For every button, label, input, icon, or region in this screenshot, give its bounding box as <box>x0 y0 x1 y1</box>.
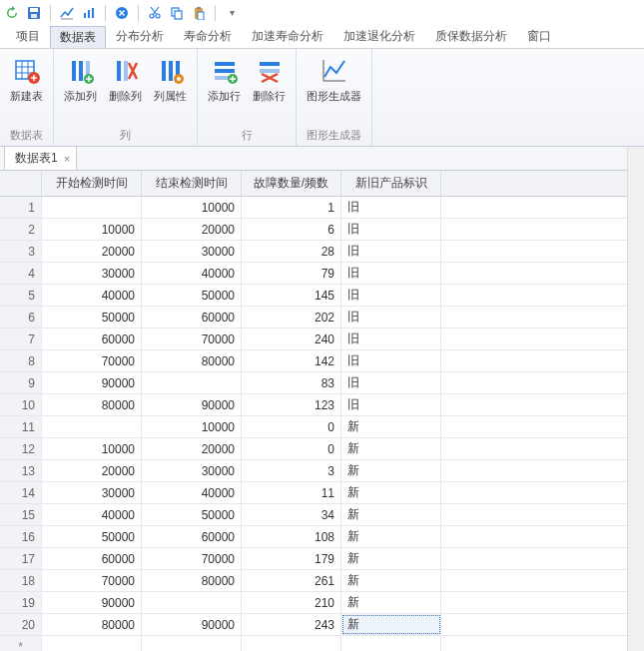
cell-fail[interactable]: 202 <box>242 307 341 327</box>
cell-start[interactable]: 70000 <box>42 570 142 591</box>
column-header[interactable]: 新旧产品标识 <box>341 171 441 196</box>
row-number[interactable]: 17 <box>0 548 42 569</box>
chart-bar-icon[interactable] <box>81 5 97 21</box>
row-number[interactable]: 2 <box>0 219 42 240</box>
cell-fail[interactable]: 83 <box>242 372 341 393</box>
row-number[interactable]: 11 <box>0 416 42 437</box>
cell-start[interactable]: 90000 <box>42 592 142 613</box>
row-number[interactable]: 6 <box>0 307 42 327</box>
cell-start[interactable]: 30000 <box>42 482 142 503</box>
cell-flag[interactable]: 新 <box>341 438 441 459</box>
row-number[interactable]: 14 <box>0 482 42 503</box>
cell-fail[interactable]: 145 <box>242 285 341 306</box>
cell-flag[interactable]: 新 <box>341 548 441 569</box>
close-circle-icon[interactable] <box>114 5 130 21</box>
cell-fail[interactable]: 243 <box>242 614 341 635</box>
cell-end[interactable]: 50000 <box>142 504 242 525</box>
cell-flag[interactable]: 新 <box>341 504 441 525</box>
cell-end[interactable] <box>142 592 242 613</box>
row-number[interactable]: 3 <box>0 241 42 262</box>
column-header[interactable]: 开始检测时间 <box>42 171 142 196</box>
cell-fail[interactable]: 261 <box>242 570 341 591</box>
cell-flag[interactable]: 旧 <box>341 372 441 393</box>
menu-item[interactable]: 分布分析 <box>106 25 174 48</box>
cell-start[interactable]: 20000 <box>42 241 142 262</box>
menu-item[interactable]: 项目 <box>6 25 50 48</box>
row-number[interactable]: 1 <box>0 197 42 218</box>
menu-item[interactable]: 加速退化分析 <box>333 25 425 48</box>
cell-end[interactable]: 80000 <box>142 570 242 591</box>
row-number[interactable]: 12 <box>0 438 42 459</box>
vertical-scrollbar[interactable] <box>627 147 644 651</box>
cell-flag[interactable]: 新 <box>341 460 441 481</box>
cell-flag[interactable]: 新 <box>341 526 441 547</box>
cell-end[interactable]: 10000 <box>142 416 242 437</box>
cell-fail[interactable]: 1 <box>242 197 341 218</box>
cell-start[interactable]: 80000 <box>42 394 142 415</box>
cell-fail[interactable]: 210 <box>242 592 341 613</box>
cell-end[interactable]: 30000 <box>142 241 242 262</box>
cell-start[interactable]: 10000 <box>42 219 142 240</box>
cell-flag[interactable]: 旧 <box>341 197 441 218</box>
cell-start[interactable]: 70000 <box>42 350 142 371</box>
cell-flag[interactable]: 旧 <box>341 241 441 262</box>
row-number[interactable]: 10 <box>0 394 42 415</box>
cell-end[interactable]: 30000 <box>142 460 242 481</box>
menu-item[interactable]: 数据表 <box>50 26 106 48</box>
cell-fail[interactable]: 142 <box>242 350 341 371</box>
copy-icon[interactable] <box>169 5 185 21</box>
cell-flag[interactable]: 新 <box>341 416 441 437</box>
menu-item[interactable]: 寿命分析 <box>174 25 242 48</box>
cell-flag[interactable]: 新 <box>341 482 441 503</box>
cell-fail[interactable]: 34 <box>242 504 341 525</box>
row-number[interactable]: 20 <box>0 614 42 635</box>
cell-fail[interactable]: 123 <box>242 394 341 415</box>
ribbon-button[interactable]: 列属性 <box>150 53 191 106</box>
menu-item[interactable]: 加速寿命分析 <box>242 25 333 48</box>
cell-fail[interactable]: 3 <box>242 460 341 481</box>
cut-icon[interactable] <box>147 5 163 21</box>
cell-end[interactable]: 20000 <box>142 219 242 240</box>
cell-start[interactable]: 60000 <box>42 548 142 569</box>
ribbon-button[interactable]: 添加行 <box>204 53 245 106</box>
cell-fail[interactable]: 6 <box>242 219 341 240</box>
row-number[interactable]: 5 <box>0 285 42 306</box>
cell-flag[interactable]: 新 <box>341 570 441 591</box>
row-number[interactable]: 4 <box>0 263 42 284</box>
cell-fail[interactable]: 0 <box>242 438 341 459</box>
cell-start[interactable]: 80000 <box>42 614 142 635</box>
cell-end[interactable]: 90000 <box>142 394 242 415</box>
workspace-tab[interactable]: 数据表1 × <box>4 146 77 170</box>
cell-start[interactable] <box>42 416 142 437</box>
cell-fail[interactable]: 79 <box>242 263 341 284</box>
paste-icon[interactable] <box>191 5 207 21</box>
cell-start[interactable]: 30000 <box>42 263 142 284</box>
new-row-marker[interactable]: * <box>0 636 42 651</box>
cell-flag[interactable]: 旧 <box>341 263 441 284</box>
cell-end[interactable]: 40000 <box>142 263 242 284</box>
cell-fail[interactable]: 28 <box>242 241 341 262</box>
ribbon-button[interactable]: 删除列 <box>105 53 146 106</box>
row-number[interactable]: 9 <box>0 372 42 393</box>
cell-start[interactable]: 90000 <box>42 372 142 393</box>
row-number[interactable]: 7 <box>0 328 42 349</box>
cell-flag[interactable]: 旧 <box>341 350 441 371</box>
dropdown-icon[interactable]: ▾ <box>224 5 240 21</box>
row-number[interactable]: 8 <box>0 350 42 371</box>
chart-line-icon[interactable] <box>59 5 75 21</box>
cell-fail[interactable]: 0 <box>242 416 341 437</box>
cell-end[interactable] <box>142 372 242 393</box>
cell-flag[interactable]: 新 <box>341 592 441 613</box>
cell-fail[interactable]: 240 <box>242 328 341 349</box>
empty-cell[interactable] <box>341 636 441 651</box>
cell-start[interactable] <box>42 197 142 218</box>
row-header-corner[interactable] <box>0 171 42 196</box>
close-icon[interactable]: × <box>64 153 70 165</box>
cell-start[interactable]: 40000 <box>42 504 142 525</box>
cell-flag[interactable]: 旧 <box>341 307 441 327</box>
row-number[interactable]: 15 <box>0 504 42 525</box>
menu-item[interactable]: 质保数据分析 <box>425 25 517 48</box>
column-header[interactable]: 故障数量/频数 <box>242 171 341 196</box>
ribbon-button[interactable]: 新建表 <box>6 53 47 106</box>
ribbon-button[interactable]: 图形生成器 <box>303 53 365 106</box>
